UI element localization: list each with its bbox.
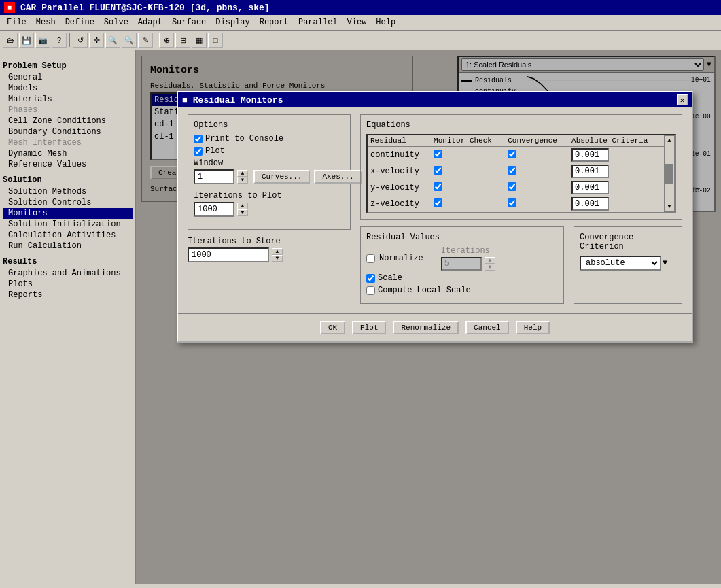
sidebar-item-materials[interactable]: Materials	[3, 94, 133, 105]
sidebar-item-boundary[interactable]: Boundary Conditions	[3, 126, 133, 137]
toolbar-btn-5[interactable]: ↺	[73, 33, 88, 48]
sidebar-item-reference-values[interactable]: Reference Values	[3, 159, 133, 170]
toolbar-btn-10[interactable]: ⊕	[159, 33, 174, 48]
menu-item-mesh[interactable]: Mesh	[32, 16, 60, 29]
toolbar-btn-13[interactable]: □	[208, 33, 223, 48]
residual-monitors-dialog: ■ Residual Monitors ✕ Options	[177, 91, 693, 343]
menu-item-file[interactable]: File	[3, 16, 31, 29]
menu-item-report[interactable]: Report	[256, 16, 293, 29]
dialog-right: Equations Residual Monitor Check	[360, 114, 682, 304]
menu-item-solve[interactable]: Solve	[100, 16, 133, 29]
window-input[interactable]	[194, 169, 234, 184]
toolbar: 🗁 💾 📷 ? ↺ ✛ 🔍 🔍 ✎ ⊕ ⊞ ▦ □	[0, 31, 721, 50]
convergence-select[interactable]: absolute relative none	[580, 256, 661, 271]
iterations-store-spinner: ▲ ▼	[188, 247, 351, 262]
sidebar-item-monitors[interactable]: Monitors	[3, 208, 133, 219]
menu-item-define[interactable]: Define	[61, 16, 99, 29]
toolbar-btn-1[interactable]: 🗁	[3, 33, 18, 48]
iterations-plot-up[interactable]: ▲	[237, 203, 248, 209]
sidebar-item-solution-controls[interactable]: Solution Controls	[3, 197, 133, 208]
dialog-title-bar: ■ Residual Monitors ✕	[178, 92, 692, 107]
ok-button[interactable]: OK	[320, 321, 345, 334]
convergence-check-yvel[interactable]	[508, 182, 516, 191]
cancel-button[interactable]: Cancel	[465, 321, 509, 334]
equations-box: Equations Residual Monitor Check	[360, 114, 682, 220]
monitor-check-continuity[interactable]	[434, 150, 442, 158]
menu-item-adapt[interactable]: Adapt	[134, 16, 166, 29]
convergence-check-xvel[interactable]	[508, 166, 516, 175]
toolbar-btn-11[interactable]: ⊞	[175, 33, 190, 48]
criteria-input-continuity[interactable]	[571, 148, 609, 162]
toolbar-btn-2[interactable]: 💾	[19, 33, 34, 48]
plot-button[interactable]: Plot	[352, 321, 386, 334]
menu-item-view[interactable]: View	[343, 16, 371, 29]
axes-button[interactable]: Axes...	[314, 170, 362, 184]
sidebar-item-solution-init[interactable]: Solution Initialization	[3, 219, 133, 230]
sidebar-item-plots[interactable]: Plots	[3, 279, 133, 290]
sidebar-item-calc-activities[interactable]: Calculation Activities	[3, 230, 133, 241]
scale-label: Scale	[378, 273, 402, 283]
plot-checkbox[interactable]	[194, 147, 203, 156]
monitor-check-xvel[interactable]	[434, 166, 442, 175]
scrollbar-down[interactable]: ▼	[667, 203, 671, 210]
sidebar-item-cell-zone[interactable]: Cell Zone Conditions	[3, 116, 133, 126]
curves-axes-row: Curves... Axes...	[253, 170, 362, 184]
iterations-store-input[interactable]	[188, 247, 269, 262]
residual-values-box: Residual Values Normalize Iterations	[360, 226, 564, 304]
monitor-check-zvel[interactable]	[434, 198, 442, 207]
print-console-checkbox[interactable]	[194, 135, 203, 143]
eq-check-yvel	[505, 179, 569, 196]
criteria-input-zvel[interactable]	[571, 197, 609, 211]
window-down-arrow[interactable]: ▼	[237, 177, 248, 184]
compute-local-checkbox[interactable]	[366, 286, 375, 295]
toolbar-btn-7[interactable]: 🔍	[105, 33, 120, 48]
menu-item-parallel[interactable]: Parallel	[294, 16, 342, 29]
content-area: Monitors Residuals, Statistic and Force …	[136, 50, 721, 584]
iterations-plot-down[interactable]: ▼	[237, 209, 248, 216]
menu-item-surface[interactable]: Surface	[168, 16, 210, 29]
dialog-close-button[interactable]: ✕	[677, 94, 688, 105]
scrollbar-thumb[interactable]	[665, 164, 673, 184]
sidebar-item-models[interactable]: Models	[3, 83, 133, 94]
convergence-check-continuity[interactable]	[508, 150, 516, 158]
menu-item-help[interactable]: Help	[372, 16, 400, 29]
criteria-input-yvel[interactable]	[571, 181, 609, 194]
scrollbar-up[interactable]: ▲	[667, 137, 671, 144]
convergence-check-zvel[interactable]	[508, 198, 516, 207]
menu-item-display[interactable]: Display	[211, 16, 253, 29]
toolbar-sep-2	[156, 33, 156, 47]
iterations-store-down[interactable]: ▼	[272, 255, 283, 262]
eq-row-z-velocity: z-velocity	[368, 196, 664, 212]
iterations-store-label: Iterations to Store	[188, 237, 351, 246]
sidebar-item-graphics[interactable]: Graphics and Animations	[3, 268, 133, 279]
sidebar-item-general[interactable]: General	[3, 72, 133, 83]
criteria-input-xvel[interactable]	[571, 165, 609, 178]
normalize-checkbox[interactable]	[366, 254, 375, 263]
eq-residual-continuity: continuity	[368, 147, 431, 164]
help-button[interactable]: Help	[516, 321, 550, 334]
iterations-store-up[interactable]: ▲	[272, 248, 283, 255]
col-residual: Residual	[368, 135, 431, 147]
bottom-row: Residual Values Normalize Iterations	[360, 226, 682, 304]
window-label: Window	[194, 158, 345, 168]
toolbar-btn-3[interactable]: 📷	[35, 33, 50, 48]
toolbar-btn-8[interactable]: 🔍	[122, 33, 137, 48]
window-up-arrow[interactable]: ▲	[237, 170, 248, 177]
renormalize-button[interactable]: Renormalize	[393, 321, 459, 334]
curves-button[interactable]: Curves...	[253, 170, 310, 184]
eq-residual-zvel: z-velocity	[368, 196, 431, 212]
eq-scrollbar[interactable]: ▲ ▼	[664, 135, 675, 212]
monitor-check-yvel[interactable]	[434, 182, 442, 191]
sidebar-item-solution-methods[interactable]: Solution Methods	[3, 186, 133, 197]
toolbar-btn-9[interactable]: ✎	[138, 33, 153, 48]
sidebar-item-dynamic-mesh[interactable]: Dynamic Mesh	[3, 148, 133, 159]
dialog-buttons: OK Plot Renormalize Cancel Help	[178, 313, 692, 341]
sidebar-item-reports[interactable]: Reports	[3, 290, 133, 300]
toolbar-btn-4[interactable]: ?	[52, 33, 67, 48]
scale-checkbox[interactable]	[366, 274, 375, 283]
toolbar-btn-12[interactable]: ▦	[192, 33, 207, 48]
sidebar-item-run-calc[interactable]: Run Calculation	[3, 241, 133, 252]
dialog-title-icon: ■	[182, 95, 188, 105]
toolbar-btn-6[interactable]: ✛	[89, 33, 104, 48]
iterations-plot-input[interactable]	[194, 202, 234, 217]
